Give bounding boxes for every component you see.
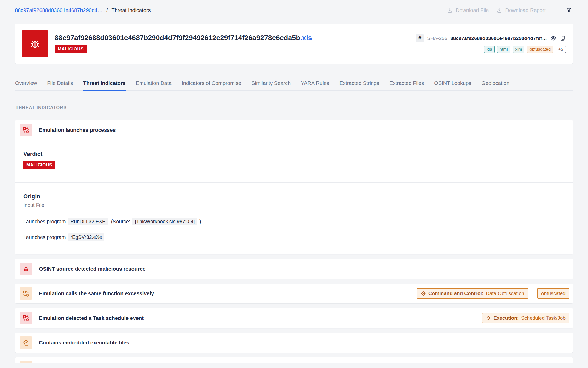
hash-algorithm-label: SHA-256 [427,36,447,41]
origin-section: Origin Input File Launches program RunDL… [15,183,573,254]
indicator-icon-partial [20,361,32,363]
mitre-attack-chip[interactable]: Execution: Scheduled Task/Job [482,313,569,323]
crosshair-icon [486,315,491,321]
indicator-header[interactable]: Contains embedded executable files [15,333,573,353]
indicator-header[interactable]: OSINT source detected malicious resource [15,259,573,279]
hash-value: 88c97af92688d03601e4687b290d4d7f9f… [450,36,547,41]
file-name-hash: 88c97af92688d03601e4687b290d4d7f9f294926… [55,34,300,42]
indicator-title: OSINT source detected malicious resource [39,266,569,272]
indicator-card-task-schedule-event: Emulation detected a Task schedule event… [15,308,573,328]
breadcrumb: 88c97af92688d03601e4687b290d4… / Threat … [15,7,151,13]
tab-geolocation[interactable]: Geolocation [481,80,510,90]
indicator-tag-obfuscated[interactable]: obfuscated [537,288,569,299]
program-chip: RunDLL32.EXE [68,218,108,225]
tag-xls[interactable]: xls [484,46,494,53]
download-icon [497,8,502,13]
process-icon [20,312,32,324]
download-report-button[interactable]: Download Report [497,7,546,13]
osint-brain-icon [20,263,32,275]
top-bar: 88c97af92688d03601e4687b290d4… / Threat … [15,0,573,20]
process-icon [20,287,32,300]
source-suffix: ) [199,219,201,225]
section-title: THREAT INDICATORS [16,105,573,110]
tag-more-count[interactable]: +5 [556,46,566,53]
tab-threat-indicators[interactable]: Threat Indicators [83,80,126,90]
hash-icon: # [416,34,424,42]
tab-indicators-of-compromise[interactable]: Indicators of Compromise [181,80,241,90]
download-report-label: Download Report [505,7,546,13]
indicator-title: Emulation launches processes [39,127,569,133]
origin-value: Input File [23,202,565,208]
detail-row: Launches program rEgSVr32.eXe [23,233,565,241]
show-hash-eye-icon[interactable] [550,35,557,42]
crosshair-icon [421,291,426,296]
download-file-label: Download File [456,7,489,13]
mitre-tactic: Execution: [493,315,519,321]
divider [533,285,533,302]
verdict-label: Verdict [23,151,565,157]
indicator-card-emulation-launches-processes: Emulation launches processes Verdict MAL… [15,120,573,254]
tab-osint-lookups[interactable]: OSINT Lookups [434,80,471,90]
top-bar-actions: Download File Download Report [447,6,573,15]
download-file-button[interactable]: Download File [447,7,489,13]
origin-label: Origin [23,193,565,200]
source-prefix: (Source: [111,219,130,225]
download-icon [447,8,453,13]
file-hash-and-tags: # SHA-256 88c97af92688d03601e4687b290d4d… [416,34,566,53]
indicator-card-partial[interactable] [15,357,573,363]
file-header-card: 88c97af92688d03601e4687b290d4d7f9f294926… [15,24,573,64]
indicator-card-excessive-function-calls: Emulation calls the same function excess… [15,284,573,303]
verdict-badge: MALICIOUS [55,45,87,53]
file-tags: xls html xlm obfuscated +5 [484,46,566,53]
tag-xlm[interactable]: xlm [513,46,525,53]
file-summary: 88c97af92688d03601e4687b290d4d7f9f294926… [22,30,312,57]
copy-hash-icon[interactable] [560,35,566,41]
indicator-header[interactable]: Emulation detected a Task schedule event… [15,308,573,328]
verdict-value-badge: MALICIOUS [23,161,55,169]
breadcrumb-parent-link[interactable]: 88c97af92688d03601e4687b290d4… [15,7,103,13]
file-extension: .xls [300,34,312,42]
process-icon [20,124,32,136]
page: 88c97af92688d03601e4687b290d4… / Threat … [0,0,588,363]
tag-obfuscated[interactable]: obfuscated [527,46,553,53]
mitre-technique: Scheduled Task/Job [521,315,566,321]
indicator-title: Contains embedded executable files [39,340,569,346]
tab-extracted-strings[interactable]: Extracted Strings [339,80,379,90]
source-ref-chip: [ThisWorkbook.cls 987:0 4] [132,218,197,225]
tab-file-details[interactable]: File Details [47,80,73,90]
mitre-attack-chip[interactable]: Command and Control: Data Obfuscation [417,288,528,299]
mitre-tactic: Command and Control: [428,291,483,296]
indicator-card-osint-malicious-resource: OSINT source detected malicious resource [15,259,573,279]
detail-row: Launches program RunDLL32.EXE (Source: [… [23,218,565,225]
program-chip: rEgSVr32.eXe [68,233,105,241]
filter-icon[interactable] [565,6,573,14]
malicious-file-bug-icon [22,30,48,57]
detail-action: Launches program [23,219,66,225]
tab-emulation-data[interactable]: Emulation Data [136,80,172,90]
indicator-header[interactable]: Emulation launches processes [15,120,573,140]
hash-row: # SHA-256 88c97af92688d03601e4687b290d4d… [416,34,566,42]
detail-action: Launches program [23,234,66,240]
breadcrumb-separator: / [106,7,108,13]
tab-overview[interactable]: Overview [15,80,37,90]
tab-yara-rules[interactable]: YARA Rules [301,80,330,90]
verdict-section: Verdict MALICIOUS [15,140,573,182]
tag-html[interactable]: html [497,46,510,53]
tab-bar: Overview File Details Threat Indicators … [15,80,573,91]
document-search-icon [20,336,32,349]
mitre-technique: Data Obfuscation [486,291,524,296]
indicator-tags: Command and Control: Data Obfuscation ob… [417,288,569,299]
indicator-title: Emulation calls the same function excess… [39,291,410,297]
indicator-header[interactable]: Emulation calls the same function excess… [15,284,573,303]
tab-similarity-search[interactable]: Similarity Search [251,80,291,90]
file-meta: 88c97af92688d03601e4687b290d4d7f9f294926… [55,34,312,53]
toolbar-divider [555,6,555,15]
indicator-card-embedded-executables: Contains embedded executable files [15,333,573,353]
indicator-tags: Execution: Scheduled Task/Job [482,313,569,323]
indicator-title: Emulation detected a Task schedule event [39,315,475,321]
file-name: 88c97af92688d03601e4687b290d4d7f9f294926… [55,34,312,42]
breadcrumb-current: Threat Indicators [111,7,151,13]
tab-extracted-files[interactable]: Extracted Files [389,80,424,90]
